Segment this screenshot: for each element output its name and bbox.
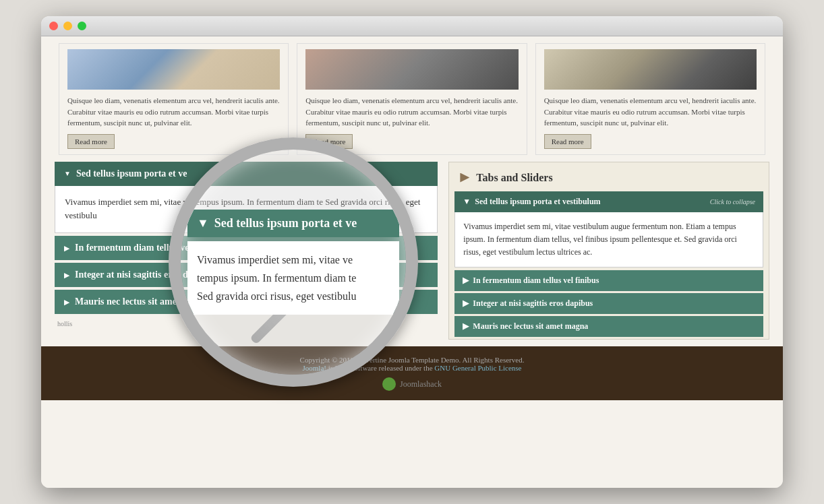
close-button[interactable]: [49, 22, 58, 30]
chevron-down-icon: ▼: [64, 170, 71, 177]
tabs-chevron-right-3: ▶: [463, 298, 469, 309]
accordion-title-3: Integer at nisi sagittis eros dar: [75, 270, 197, 280]
tabs-header-left-3: ▶ Integer at nisi sagittis eros dapibus: [463, 298, 593, 309]
license-link[interactable]: GNU General Public License: [434, 364, 521, 372]
tabs-item-1: ▼ Sed tellus ipsum porta et vestibulum C…: [454, 191, 763, 268]
footer-suffix: is Free Software released under the: [326, 364, 434, 372]
accordion-item-4: ▶ Mauris nec lectus sit amet m: [55, 290, 438, 314]
tabs-chevron-right-4: ▶: [463, 321, 469, 332]
accordion-item-1: ▼ Sed tellus ipsum porta et ve Vivamus i…: [55, 162, 438, 234]
tabs-header-1[interactable]: ▼ Sed tellus ipsum porta et vestibulum C…: [454, 191, 763, 212]
card-3-text: Quisque leo diam, venenatis elementum ar…: [544, 95, 757, 129]
card-2-text: Quisque leo diam, venenatis elementum ar…: [305, 95, 518, 129]
click-collapse-label: Click to collapse: [710, 198, 755, 206]
tabs-body-text-1: Vivamus imperdiet sem mi, vitae vestibul…: [463, 220, 755, 259]
accordion-title-1: Sed tellus ipsum porta et ve: [76, 168, 187, 179]
footer: Copyright © 2018 Travertine Joomla Templ…: [41, 346, 783, 400]
tabs-section: Tabs and Sliders ▼ Sed tellus ipsum port…: [448, 162, 769, 340]
accordion-header-3[interactable]: ▶ Integer at nisi sagittis eros dar: [55, 263, 438, 287]
accordion-header-2[interactable]: ▶ In fermentum diam tellus vel fini: [55, 236, 438, 260]
tabs-header-left-1: ▼ Sed tellus ipsum porta et vestibulum: [463, 197, 600, 207]
tabs-title-2: In fermentum diam tellus vel finibus: [473, 276, 599, 286]
footer-logo-text: Joomlashack: [400, 379, 442, 389]
tabs-item-2: ▶ In fermentum diam tellus vel finibus: [454, 270, 763, 291]
card-3: Quisque leo diam, venenatis elementum ar…: [535, 43, 765, 155]
mac-window: Quisque leo diam, venenatis elementum ar…: [41, 16, 783, 488]
content-area: Quisque leo diam, venenatis elementum ar…: [41, 36, 783, 488]
copyright-text: Copyright © 2018 Travertine Joomla Templ…: [300, 356, 525, 364]
accordion-title-2: In fermentum diam tellus vel fini: [75, 243, 208, 253]
tabs-header-2[interactable]: ▶ In fermentum diam tellus vel finibus: [454, 270, 763, 291]
tabs-header-left-2: ▶ In fermentum diam tellus vel finibus: [463, 276, 599, 286]
card-1-text: Quisque leo diam, venenatis elementum ar…: [67, 95, 280, 129]
read-more-button-2[interactable]: Read more: [305, 134, 353, 149]
card-3-image: [544, 49, 757, 90]
titlebar: [41, 16, 783, 36]
tabs-header-4[interactable]: ▶ Mauris nec lectus sit amet magna: [454, 316, 763, 337]
tabs-chevron-down-1: ▼: [463, 197, 471, 207]
tabs-item-4: ▶ Mauris nec lectus sit amet magna: [454, 316, 763, 337]
tabs-chevron-right-2: ▶: [463, 276, 469, 286]
accordion-small-note: hollis: [55, 320, 72, 327]
footer-joomla: Joomla! is Free Software released under …: [51, 364, 773, 372]
minimize-button[interactable]: [63, 22, 72, 30]
main-section: ▼ Sed tellus ipsum porta et ve Vivamus i…: [41, 162, 783, 347]
read-more-button-1[interactable]: Read more: [67, 134, 115, 149]
cards-row: Quisque leo diam, venenatis elementum ar…: [41, 36, 783, 162]
tabs-title-1: Sed tellus ipsum porta et vestibulum: [475, 197, 600, 207]
tabs-section-title: Tabs and Sliders: [476, 172, 552, 184]
bookmark-icon: [460, 173, 469, 183]
tabs-header-left-4: ▶ Mauris nec lectus sit amet magna: [463, 321, 588, 332]
accordion-title-4: Mauris nec lectus sit amet m: [75, 296, 190, 307]
read-more-button-3[interactable]: Read more: [544, 134, 591, 149]
card-2: Quisque leo diam, venenatis elementum ar…: [297, 43, 527, 155]
tabs-header-3[interactable]: ▶ Integer at nisi sagittis eros dapibus: [454, 293, 763, 314]
accordion-body-1: Vivamus imperdiet sem mi, vitae ve tempu…: [55, 186, 438, 234]
tabs-section-header: Tabs and Sliders: [449, 162, 769, 189]
footer-logo: Joomlashack: [51, 377, 773, 391]
tabs-body-1: Vivamus imperdiet sem mi, vitae vestibul…: [454, 212, 763, 268]
joomlashack-icon: [382, 377, 396, 391]
chevron-right-icon-4: ▶: [64, 298, 69, 306]
accordion-header-4[interactable]: ▶ Mauris nec lectus sit amet m: [55, 290, 438, 314]
footer-copyright: Copyright © 2018 Travertine Joomla Templ…: [51, 356, 773, 364]
maximize-button[interactable]: [78, 22, 86, 30]
accordion-item-2: ▶ In fermentum diam tellus vel fini: [55, 236, 438, 260]
accordion-header-1[interactable]: ▼ Sed tellus ipsum porta et ve: [55, 162, 438, 186]
tabs-title-3: Integer at nisi sagittis eros dapibus: [473, 298, 593, 309]
chevron-right-icon-2: ▶: [64, 245, 69, 252]
tabs-title-4: Mauris nec lectus sit amet magna: [473, 321, 588, 332]
card-2-image: [305, 49, 518, 90]
accordion-item-3: ▶ Integer at nisi sagittis eros dar: [55, 263, 438, 287]
card-1-image: [67, 49, 280, 90]
tabs-item-3: ▶ Integer at nisi sagittis eros dapibus: [454, 293, 763, 314]
accordion-section: ▼ Sed tellus ipsum porta et ve Vivamus i…: [55, 162, 438, 340]
accordion-body-text-1: Vivamus imperdiet sem mi, vitae ve tempu…: [65, 195, 428, 224]
joomla-link[interactable]: Joomla!: [302, 364, 326, 372]
chevron-right-icon-3: ▶: [64, 272, 69, 279]
card-1: Quisque leo diam, venenatis elementum ar…: [59, 43, 289, 155]
